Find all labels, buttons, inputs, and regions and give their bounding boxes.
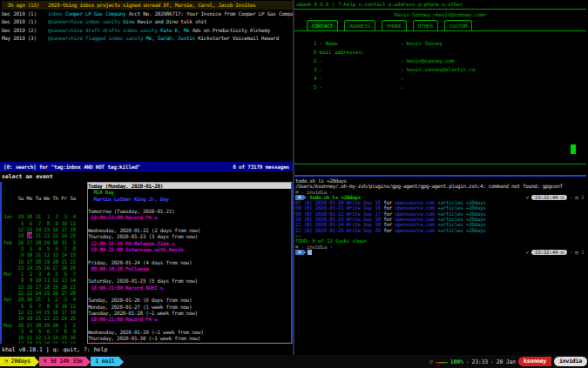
event-list-item[interactable]: Sunday, 2020-01-26 (6 days from now) — [88, 297, 291, 303]
khal-footer: khal v0.10.1 | q: quit, ?: help — [0, 345, 293, 355]
calendar-week-row: 5 6 7 8 9 10 11 — [3, 303, 87, 309]
user-pill: ksonney — [518, 357, 551, 366]
clock-widget: 23:32:44 ◷ — [531, 195, 567, 200]
event-list-item[interactable]: 12:00-12:15 PA Release Time ↻ — [88, 341, 291, 344]
mail-row-segment: 2020-thing inbox projects signed unread — [48, 2, 164, 8]
event-list-spacer — [88, 221, 291, 227]
abook-field-row[interactable]: 1 - Name: Kevin Sonney — [294, 39, 586, 48]
abook-field-row[interactable]: 3 -: kevin.sonney@elastic.co — [294, 65, 586, 74]
mail-pane[interactable]: 3h ago (15) 2020-thing inbox projects si… — [0, 0, 293, 171]
event-list-item[interactable]: Thursday, 2020-01-30 (~1 week from now) — [88, 335, 291, 341]
abook-tab-custom[interactable]: CUSTOM — [444, 20, 472, 30]
left-column: 3h ago (15) 2020-thing inbox projects si… — [0, 0, 294, 355]
abook-field-value: : Kevin Sonney — [401, 39, 443, 48]
abook-tab-address[interactable]: ADDRESS — [344, 20, 375, 30]
calendar-weekday-header: Su Mo Tu We Th Fr Sa — [3, 195, 87, 201]
mail-row-segment: Dec 2019 (1) — [2, 10, 48, 17]
mail-row-segment: DT, Marnie, Carol, Jacob — [164, 2, 236, 8]
event-list-item[interactable]: Monday, 2020-01-27 (1 week from now) — [88, 304, 291, 310]
calendar-days: 21 22 23 24 25 — [32, 232, 76, 238]
calendar-days: 12 13 14 15 16 17 18 — [18, 226, 76, 232]
event-list-item[interactable]: 19:00-21:00 Record PA ↻ — [88, 214, 291, 220]
calendar-days: 8 9 10 11 12 13 14 — [18, 277, 76, 283]
abook-tabs: CONTACTADDRESSPHONEOTHERCUSTOM — [294, 19, 586, 31]
khal-event-list[interactable]: Today (Monday, 2020-01-20) MLK Day Marti… — [87, 182, 293, 344]
calendar-days: 19 — [18, 232, 27, 238]
event-list-item[interactable]: Tomorrow (Tuesday, 2020-01-21) — [88, 208, 291, 214]
event-list-item[interactable]: Today (Monday, 2020-01-20) — [88, 183, 291, 189]
calendar-days: 29 30 31 1 2 3 4 — [18, 213, 76, 219]
event-list-item[interactable]: 18:00-21:00 Record KUEC ↻ — [88, 284, 291, 291]
mail-row-segment: Invites — [235, 2, 255, 8]
abook-tab-other[interactable]: OTHER — [413, 20, 438, 30]
abook-field-row[interactable]: 2 -: kevin@sonney.com — [294, 57, 586, 65]
todo-pane[interactable]: todo.sh ls +20days/Users/ksonney/.oh-my-… — [294, 177, 586, 355]
shell-command-line[interactable]: ⌘✔23:32:44 ◷‹ ▤ 3 — [295, 250, 585, 255]
calendar-days: 5 6 7 8 9 10 11 — [18, 303, 76, 309]
calendar-month-label: Jan — [3, 213, 18, 219]
event-list-item[interactable]: Thursday, 2020-01-23 (3 days from now) — [88, 233, 291, 239]
mail-row[interactable]: Dec 2019 (2) @sanearchive draft drafts i… — [2, 26, 293, 35]
event-list-item[interactable]: Saturday, 2020-01-25 (5 days from now) — [88, 278, 291, 284]
mail-row-segment: Ads on Productivity Alchemy — [193, 27, 270, 33]
abook-field-row[interactable]: 5 -: — [294, 83, 586, 91]
calendar-week-row: 3 4 5 6 7 8 9 — [3, 328, 87, 334]
buffer-count: ‹ ▤ 3 — [570, 195, 584, 200]
output-segment: opensource.com — [395, 228, 437, 233]
event-list-item[interactable]: Friday, 2020-01-24 (4 days from now) — [88, 259, 291, 265]
mail-row[interactable]: May 2019 (3) @sanearchive flagged inbox … — [2, 34, 293, 43]
event-list-item[interactable]: Wednesday, 2020-01-22 (2 days from now) — [88, 227, 291, 233]
khal-pane[interactable]: select an event Su Mo Tu We Th Fr Sa Jan… — [0, 171, 293, 355]
calendar-month-label — [3, 340, 18, 344]
calendar-month-label — [3, 277, 18, 283]
event-list-item[interactable]: 12:00-12:15 PA Release Time ↻ — [88, 240, 291, 246]
mail-row-segment: @sanearchive draft drafts inbox sanity — [48, 27, 160, 33]
abook-field-value: : kevin@sonney.com — [401, 57, 454, 65]
calendar-days: 1 2 3 4 5 6 7 — [18, 271, 76, 277]
apple-icon: ⌘ — [295, 250, 303, 255]
mail-row-segment: 3h ago (15) — [2, 2, 48, 8]
abook-tab-phone[interactable]: PHONE — [382, 20, 407, 30]
event-list-item[interactable]: 19:00-21:00 Record PA ↻ — [88, 316, 291, 322]
event-list-item[interactable]: Martin Luther King Jr. Day — [88, 196, 291, 202]
abook-field-row[interactable]: 4 -: — [294, 74, 586, 83]
event-list-item[interactable]: Wednesday, 2020-01-29 (~1 week from now) — [88, 329, 291, 335]
calendar-month-label — [3, 264, 18, 271]
calendar-days: 22 23 24 25 26 27 28 — [18, 290, 76, 296]
calendar-month-label — [3, 309, 18, 315]
calendar-days: 3 4 5 6 7 8 9 — [18, 328, 76, 334]
event-list-item[interactable]: 19:00-22:00 Interview with Kevin — [88, 246, 291, 252]
calendar-days: 26 27 28 29 30 1 2 — [18, 322, 76, 328]
calendar-month-label — [3, 290, 18, 296]
tmux-pill-3d-14h-33m: ↯ 3d 14h 33m — [39, 357, 87, 366]
mute-icon: ∅ — [429, 358, 433, 365]
mail-row-segment: Kate K, Me — [160, 27, 192, 33]
calendar-week-row: 2 3 4 5 6 7 8 — [3, 245, 87, 251]
abook-pane[interactable]: abook 0.5.6 | ?:help c:contact a:address… — [294, 0, 586, 177]
abook-field-row[interactable]: E-mail addresses: — [294, 48, 586, 57]
event-list-item[interactable]: 09:00-10:30 Followup — [88, 265, 291, 271]
calendar-days: 19 20 21 22 23 24 25 — [18, 315, 76, 321]
right-prompt: ✔23:32:44 ◷‹ ▤ 3 — [526, 195, 585, 200]
event-list-item[interactable]: MLK Day — [88, 189, 291, 195]
event-list-spacer — [88, 291, 291, 297]
calendar-rows: Jan 29 30 31 1 2 3 4 5 6 7 8 9 10 11 12 … — [3, 213, 87, 344]
mail-list: 3h ago (15) 2020-thing inbox projects si… — [0, 0, 293, 43]
event-list-spacer — [88, 271, 291, 278]
event-list-spacer — [88, 202, 291, 208]
pane-grid: 3h ago (15) 2020-thing inbox projects si… — [0, 0, 588, 355]
clock-widget: 23:32:44 ◷ — [531, 250, 567, 255]
battery-segment: ▸ — [446, 359, 448, 365]
khal-calendar: Su Mo Tu We Th Fr Sa Jan 29 30 31 1 2 3 … — [0, 182, 87, 344]
event-list-item[interactable]: Tuesday, 2020-01-28 (~1 week from now) — [88, 310, 291, 316]
mail-row[interactable]: 3h ago (15) 2020-thing inbox projects si… — [2, 1, 293, 10]
mail-row-segment: @sanearchive flagged inbox sanity — [48, 35, 146, 41]
abook-header: abook 0.5.6 | ?:help c:contact a:address… — [294, 0, 586, 10]
mail-row-segment: Kickstarter Voicemail Reward — [198, 35, 279, 41]
abook-tab-contact[interactable]: CONTACT — [307, 20, 338, 30]
host-pill: invidia — [554, 357, 587, 366]
check-icon: ✔ — [526, 250, 529, 255]
mail-row-segment: Me, Sarah, Justin — [146, 35, 199, 41]
mail-row[interactable]: Dec 2019 (1) inbox Cooper LP Gas Company… — [2, 10, 293, 18]
mail-row[interactable]: Dec 2019 (1) @sanearchive inbox sanity D… — [2, 17, 293, 26]
